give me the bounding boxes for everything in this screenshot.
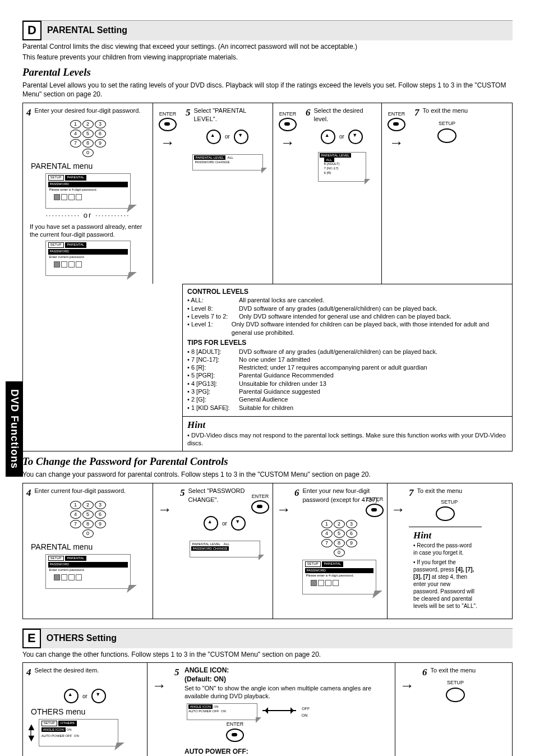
osd-level-select: PARENTAL LEVEL ALL 8 [ADULT] 7 [NC-17] 6… (318, 152, 366, 182)
step-num-4: 4 (26, 107, 31, 119)
side-tab-dvd-functions: DVD Functions (6, 381, 23, 477)
down-button-icon (91, 689, 106, 703)
section-letter-d: D (22, 21, 41, 40)
setup-button-icon (446, 688, 465, 702)
osd-parental-enter-pw: SETUPPARENTAL PASSWORD Please enter a 4-… (45, 173, 131, 208)
up-button-icon (64, 689, 79, 703)
nav-cross-icon: OFF ON (262, 705, 296, 716)
subhead-change-password: To Change the Password for Parental Cont… (22, 455, 513, 469)
section-e-header: E OTHERS Setting (22, 628, 513, 648)
step-num-7: 7 (414, 107, 419, 119)
para-sub1: Parental Level allows you to set the rat… (22, 81, 513, 99)
arrow-icon: → (391, 500, 402, 519)
arrow-icon: → (276, 500, 288, 519)
angle-icon-title: ANGLE ICON: (185, 666, 229, 674)
up-button-icon (206, 130, 221, 144)
arrow-icon: → (385, 133, 408, 153)
enter-button-icon (226, 729, 244, 742)
keypad-icon: 123 456 789 0 (294, 519, 384, 557)
arrow-icon: → (156, 500, 173, 519)
osd-parental-level-menu: PARENTAL LEVEL ALL PASSWORD CHANGE (192, 154, 263, 171)
osd-angle-icon: ANGLE ICON ON AUTO POWER OFF ON (187, 703, 257, 720)
osd-others-menu: SETUPOTHERS ANGLE ICON ON AUTO POWER OFF… (39, 719, 118, 746)
down-button-icon (348, 130, 363, 144)
keypad-icon: 123 456 789 0 (26, 119, 149, 158)
pw-step6-text: Enter your new four-digit password (exce… (303, 487, 379, 503)
arrow-icon: → (276, 133, 299, 153)
setup-button-icon (437, 128, 456, 143)
or-label: or (225, 133, 230, 140)
e-step4-text: Select the desired item. (35, 667, 99, 674)
auto-power-title: AUTO POWER OFF: (185, 748, 248, 755)
section-title-d: PARENTAL Setting (47, 25, 127, 36)
hint-block-2: Hint • Record the pass-word in case you … (409, 527, 482, 613)
osd-pw-change-menu: PARENTAL LEVEL ALL PASSWORD CHANGE (190, 541, 260, 557)
alt-note: If you have set a password already, ente… (26, 223, 149, 239)
step-num-6: 6 (306, 107, 311, 119)
arrow-icon: → (399, 676, 416, 695)
step7-text: To exit the menu (423, 107, 468, 114)
subhead-parental-levels: Parental Levels (22, 66, 513, 80)
arrow-icon: → (151, 676, 168, 695)
osd-parental-current-pw: SETUPPARENTAL PASSWORD Enter current pas… (45, 241, 131, 275)
arrow-icon: → (156, 133, 179, 153)
up-button-icon (204, 516, 218, 531)
enter-button-icon (366, 504, 384, 517)
step6-text: Select the desired level. (314, 107, 363, 123)
parental-levels-steps-box: 4 Enter your desired four-digit password… (22, 103, 513, 451)
enter-label: ENTER (156, 111, 179, 118)
pw-step5-text: Select "PASSWORD CHANGE". (188, 487, 245, 503)
password-change-steps-box: 4 Enter current four-digit password. 123… (22, 483, 513, 619)
setup-button-icon (436, 506, 455, 521)
enter-button-icon (388, 118, 405, 131)
up-button-icon (321, 130, 335, 144)
para-intro2: This feature prevents your children from… (22, 53, 513, 62)
down-button-icon (234, 130, 248, 144)
updown-arrow-icon: ▲│▼ (26, 724, 36, 741)
enter-button-icon (251, 500, 269, 514)
step4-text: Enter your desired four-digit password. (35, 107, 141, 114)
osd-pw-new: SETUPPARENTAL PASSWORD Please enter a 4-… (302, 560, 376, 594)
others-menu-label: OTHERS menu (31, 707, 144, 717)
pw-step7-text: To exit the menu (417, 487, 463, 494)
enter-button-icon (159, 118, 177, 131)
section-title-e: OTHERS Setting (47, 633, 117, 644)
control-levels-block: CONTROL LEVELS • ALL:All parental locks … (183, 284, 512, 416)
enter-button-icon (279, 118, 297, 131)
hint-block-1: Hint • DVD-Video discs may not respond t… (183, 416, 512, 451)
pw-step4-text: Enter current four-digit password. (35, 487, 126, 494)
angle-default: (Default: ON) (185, 675, 226, 683)
section-letter-e: E (22, 629, 41, 648)
setup-label: SETUP (414, 121, 479, 127)
para-intro1: Parental Control limits the disc viewing… (22, 43, 513, 52)
parental-menu-label: PARENTAL menu (31, 161, 149, 171)
step5-text: Select "PARENTAL LEVEL". (194, 107, 247, 123)
osd-pw-current: SETUPPARENTAL PASSWORD Enter current pas… (45, 554, 131, 589)
keypad-icon: 123 456 789 0 (26, 500, 149, 538)
step-num-5: 5 (186, 107, 191, 119)
para-e-intro: You can change the other functions. Foll… (22, 651, 513, 660)
down-button-icon (231, 516, 246, 531)
section-d-header: D PARENTAL Setting (22, 20, 513, 40)
para-sub2: You can change your password for parenta… (22, 471, 513, 480)
e-step6-text: To exit the menu (431, 667, 476, 674)
others-steps-box: 4 Select the desired item. or OTHERS men… (22, 662, 513, 756)
angle-text: Set to "ON" to show the angle icon when … (185, 684, 391, 700)
